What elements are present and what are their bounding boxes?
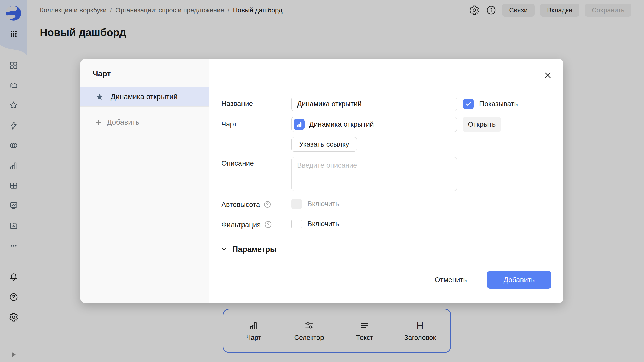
chevron-down-icon <box>220 246 228 253</box>
add-widget-tab-button[interactable]: + Добавить <box>96 117 139 127</box>
open-chart-button[interactable]: Открыть <box>463 117 501 132</box>
chart-select-value: Динамика открытий <box>309 120 374 128</box>
params-section-toggle[interactable]: Параметры <box>220 245 277 254</box>
autoheight-checkbox[interactable] <box>291 199 302 209</box>
widget-list-item-selected[interactable]: Динамика открытий <box>80 87 209 107</box>
show-title-checkbox-row: Показывать <box>463 97 518 111</box>
filtering-checkbox-row: Включить <box>291 219 339 229</box>
name-input[interactable] <box>291 97 457 111</box>
autoheight-checkbox-row: Включить <box>291 199 339 209</box>
description-field-label: Описание <box>221 159 254 167</box>
autoheight-field-label: Автовысота <box>221 200 271 209</box>
autoheight-help-icon[interactable] <box>263 200 271 208</box>
add-button[interactable]: Добавить <box>487 271 551 289</box>
chart-field-label: Чарт <box>221 120 237 128</box>
add-widget-tab-label: Добавить <box>107 118 139 126</box>
dialog-left-panel: Чарт Динамика открытий + Добавить <box>80 59 209 303</box>
chart-select-input[interactable]: Динамика открытий <box>291 117 457 132</box>
plus-icon: + <box>96 117 101 127</box>
chart-type-icon <box>294 119 305 130</box>
autoheight-checkbox-label: Включить <box>307 200 339 208</box>
filtering-checkbox-label: Включить <box>307 220 339 228</box>
screen: Коллекции и воркбуки / Организации: спро… <box>0 0 644 362</box>
filtering-field-label: Фильтрация <box>221 220 272 229</box>
close-icon[interactable] <box>540 68 555 83</box>
specify-link-button[interactable]: Указать ссылку <box>291 137 357 152</box>
show-title-checkbox[interactable] <box>463 99 474 109</box>
description-textarea[interactable] <box>291 157 457 191</box>
chart-widget-dialog: Чарт Динамика открытий + Добавить <box>80 59 564 303</box>
name-field-label: Название <box>221 100 253 108</box>
widget-list-item-label: Динамика открытий <box>111 93 178 101</box>
cancel-button[interactable]: Отменить <box>430 271 472 289</box>
dialog-title: Чарт <box>93 69 111 78</box>
dialog-form: Название Показывать Чарт <box>209 59 564 303</box>
star-icon <box>96 93 104 101</box>
params-section-label: Параметры <box>232 245 277 254</box>
filtering-help-icon[interactable] <box>264 220 272 229</box>
filtering-checkbox[interactable] <box>291 219 302 229</box>
dialog-footer: Отменить Добавить <box>209 271 564 289</box>
show-title-label: Показывать <box>479 100 518 108</box>
